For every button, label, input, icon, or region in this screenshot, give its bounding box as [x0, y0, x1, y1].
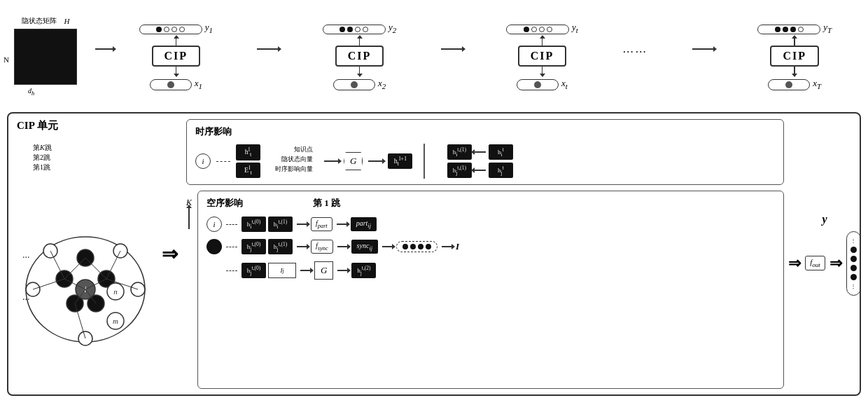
top-section: 隐状态矩阵 H N dh [0, 0, 868, 112]
dot-filled [524, 27, 529, 32]
gear-icon [534, 81, 541, 88]
d-label: dh [28, 87, 34, 97]
xt-label: xt [561, 78, 568, 90]
dot-empty [355, 27, 360, 32]
dot-empty [179, 27, 185, 32]
output-dots-1 [139, 25, 202, 34]
down-arrow-t [542, 67, 543, 74]
dashed-to-box2 [226, 247, 237, 247]
spatial-outer: K 空序影响 第 1 跳 i [186, 191, 784, 389]
up-arrow-T [794, 39, 795, 46]
1-hop-label: 第1跳 [33, 163, 152, 172]
result-row-bot: hjt,(1) hjt [447, 163, 513, 178]
svg-text:...: ... [22, 291, 30, 302]
arrow-left [475, 151, 486, 153]
svg-line-17 [64, 258, 85, 279]
cip-unit-1: y1 CIP x1 [139, 22, 213, 90]
input-dots-1 [150, 79, 192, 90]
output-dots-t [506, 25, 569, 34]
down-arrow-1 [176, 67, 177, 74]
double-arrow-right: ⇒ [788, 254, 801, 273]
dot-empty [363, 27, 368, 32]
arrow-h-1 [257, 48, 278, 50]
hi-source: hit [489, 144, 513, 160]
spatial-row-2: hjt,(0) hjt,(1) fsync syncij [206, 239, 775, 254]
Ij-box: Ij [268, 263, 296, 278]
arrow-to-sync [337, 246, 347, 247]
dot-filled [340, 27, 345, 32]
filled-dot-4 [850, 274, 857, 280]
stacked-annotations: 知识点 隐状态向量 时序影响向量 hlt Elt [236, 144, 260, 178]
k-hop-labels: 第K跳 第2跳 第1跳 [33, 143, 152, 172]
up-arrow-2 [359, 39, 360, 46]
hi-1-box: hit,(0) [241, 217, 266, 232]
spatial-box: 空序影响 第 1 跳 i hit,(0) hit,(1) [197, 191, 784, 389]
i-circle-spatial: i [206, 217, 222, 232]
output-dots-T [757, 25, 820, 34]
dot-1 [402, 244, 408, 249]
matrix-box [14, 29, 77, 85]
n-label: N [4, 55, 9, 64]
gear-icon [785, 81, 792, 88]
sync-box: syncij [351, 240, 378, 254]
dot-filled [775, 27, 780, 32]
y-final-label: y [822, 213, 827, 226]
arrow-to-I [442, 246, 451, 247]
y2-label: y2 [388, 22, 396, 34]
dot-filled [347, 27, 353, 32]
spatial-row-1: i hit,(0) hit,(1) fpart [206, 217, 775, 232]
G-box-spatial: G [314, 261, 333, 280]
output-dots-pill: ⋮ ⋮ [846, 231, 861, 296]
filled-dot-2 [850, 256, 857, 262]
G-box-temporal: G [344, 152, 363, 170]
dot-empty [531, 27, 537, 32]
temporal-title: 时序影响 [195, 125, 775, 138]
down-arrow-2 [359, 67, 360, 74]
dot-empty [539, 27, 545, 32]
ht-l1-box: htl+1 [388, 153, 412, 169]
gear-icon [167, 81, 174, 88]
output-column: y ⇒ fout ⇒ ⋮ ⋮ [790, 114, 860, 394]
arrow-to-fsync [297, 246, 307, 247]
temporal-box: 时序影响 i 知识点 隐状态向量 时序影响向量 hlt Elt [186, 119, 784, 185]
arrow-left-2 [475, 170, 486, 171]
matrix-label: 隐状态矩阵 H [22, 16, 70, 26]
arrow-to-fpart [297, 224, 307, 225]
input-dots-2 [333, 79, 375, 90]
arrow-from-G2 [337, 270, 347, 271]
arrow-to-G [324, 160, 338, 162]
gear-icon [351, 81, 358, 88]
spatial-title: 空序影响 [206, 197, 243, 210]
dot-filled [783, 27, 788, 32]
part-box: partij [351, 217, 377, 231]
dots-top: ⋮ [850, 238, 856, 244]
dots-bottom: ⋮ [850, 283, 856, 289]
cip-unit-T: yT CIP xT [757, 22, 832, 90]
output-dots-2 [323, 25, 386, 34]
input-dots-T [768, 79, 810, 90]
y1-label: y1 [205, 22, 213, 34]
2-hop-label: 第2跳 [33, 153, 152, 163]
arrow-to-part [337, 224, 346, 225]
Et-box: Elt [236, 163, 260, 178]
double-arrow-left: ⇒ [155, 114, 183, 394]
I-label: I [456, 241, 459, 252]
fout-label: fout [805, 256, 825, 270]
dashed-pill [396, 241, 438, 252]
dot-empty [164, 27, 169, 32]
hj-source: hjt [489, 163, 513, 178]
matrix-label-text: 隐状态矩阵 [22, 16, 57, 26]
down-arrow-T [794, 67, 795, 74]
f-part-box: fpart [311, 217, 332, 231]
spatial-header: 空序影响 第 1 跳 [206, 197, 775, 210]
hop-title: 第 1 跳 [313, 197, 340, 210]
filled-dot-3 [850, 265, 857, 271]
f-sync-box: fsync [311, 240, 333, 254]
output-right: ⇒ fout ⇒ ⋮ ⋮ [788, 231, 861, 296]
k-arrow-line [188, 208, 190, 229]
vertical-separator [424, 144, 425, 179]
bullet-node [206, 239, 222, 254]
h-boxes-1: hit,(0) hit,(1) [241, 217, 293, 232]
bottom-section: CIP 单元 第K跳 第2跳 第1跳 i [7, 112, 861, 396]
filled-dot-1 [850, 247, 857, 253]
